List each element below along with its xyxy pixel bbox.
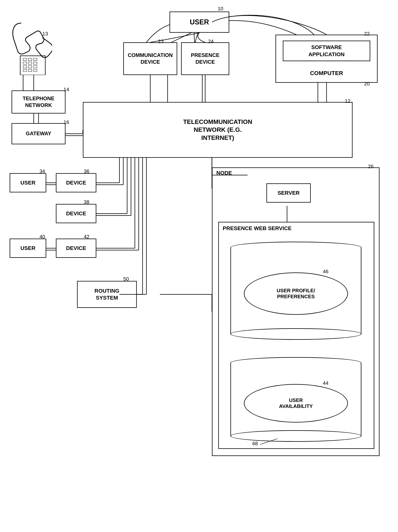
ref-50: 50 <box>123 276 129 282</box>
computer-outer-box: SOFTWAREAPPLICATION COMPUTER <box>275 35 378 83</box>
user-34-box: USER <box>10 173 46 192</box>
routing-system-box: ROUTINGSYSTEM <box>77 281 137 308</box>
ref-26-outside: 26 <box>368 164 373 170</box>
ref-44: 44 <box>323 380 328 386</box>
ref-10: 10 <box>218 6 223 12</box>
communication-device-box: COMMUNICATIONDEVICE <box>123 42 177 75</box>
software-app-inner-box: SOFTWAREAPPLICATION <box>283 41 370 61</box>
presence-web-service-box: PRESENCE WEB SERVICE USER PROFILE/PREFER… <box>218 222 374 449</box>
ref-34: 34 <box>39 168 45 174</box>
svg-rect-33 <box>28 66 32 68</box>
svg-rect-29 <box>23 62 26 64</box>
telephone-network-box: TELEPHONENETWORK <box>12 90 65 114</box>
computer-label: COMPUTER <box>310 69 343 77</box>
node-box: NODE 26 SERVER 30 PRESENCE WEB SERVICE U… <box>212 167 379 456</box>
presence-web-label: PRESENCE WEB SERVICE <box>223 225 292 231</box>
svg-rect-36 <box>28 69 32 72</box>
svg-rect-30 <box>28 62 32 64</box>
svg-rect-34 <box>33 66 37 68</box>
node-label: NODE <box>216 170 232 176</box>
ref-24: 24 <box>208 38 214 44</box>
gateway-box: GATEWAY <box>12 123 65 144</box>
svg-rect-28 <box>33 58 37 61</box>
ref-38: 38 <box>84 199 89 205</box>
telecom-network-box: TELECOMMUNICATIONNETWORK (E.G.INTERNET) <box>83 102 352 158</box>
ref-46: 46 <box>323 269 328 275</box>
svg-rect-37 <box>33 69 37 72</box>
ref-14: 14 <box>64 87 69 93</box>
ref-13: 13 <box>42 31 48 37</box>
ref-42: 42 <box>84 234 89 240</box>
ref-16: 16 <box>64 119 69 125</box>
ref-20: 20 <box>364 81 370 87</box>
ref-22: 22 <box>364 31 370 37</box>
ref-23: 23 <box>158 38 163 44</box>
user-availability-oval: USERAVAILABILITY <box>244 384 348 423</box>
svg-rect-31 <box>33 62 37 64</box>
svg-rect-32 <box>23 66 26 68</box>
server-box: SERVER <box>267 183 311 203</box>
ref-12: 12 <box>345 98 350 104</box>
device-42-box: DEVICE <box>56 239 96 258</box>
user-top-box: USER <box>170 12 229 33</box>
device-38-box: DEVICE <box>56 204 96 223</box>
device-36-box: DEVICE <box>56 173 96 192</box>
ref-36: 36 <box>84 168 89 174</box>
user-avail-ellipse-bottom <box>230 430 361 442</box>
user-profile-ellipse-bottom <box>230 328 361 340</box>
telephone-icon <box>10 19 52 75</box>
diagram: 13 USER 10 COMMUNICATIONDEVICE 23 PRESEN… <box>0 0 398 532</box>
svg-rect-27 <box>28 58 32 61</box>
svg-rect-35 <box>23 69 26 72</box>
svg-rect-25 <box>20 56 45 75</box>
presence-device-box: PRESENCEDEVICE <box>181 42 229 75</box>
ref-40: 40 <box>39 234 45 240</box>
svg-rect-26 <box>23 58 26 61</box>
user-profile-oval: USER PROFILE/PREFERENCES <box>244 272 348 315</box>
user-40-box: USER <box>10 239 46 258</box>
ref-68: 68 <box>252 441 258 447</box>
